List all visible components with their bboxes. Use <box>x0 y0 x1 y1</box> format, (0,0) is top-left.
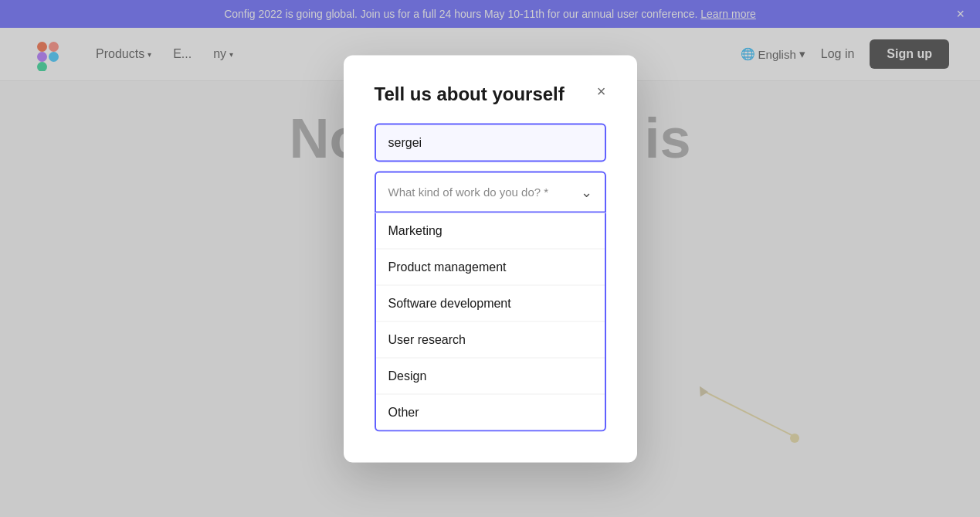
modal-close-button[interactable]: × <box>597 83 606 98</box>
dropdown-placeholder: What kind of work do you do? * <box>388 185 549 199</box>
dropdown-chevron-icon: ⌄ <box>581 183 592 200</box>
dropdown-trigger-button[interactable]: What kind of work do you do? * ⌄ <box>375 171 606 213</box>
dropdown-option[interactable]: Design <box>376 358 605 394</box>
modal-header: Tell us about yourself × <box>375 83 606 104</box>
dropdown-option[interactable]: User research <box>376 321 605 358</box>
modal-title: Tell us about yourself <box>375 83 589 104</box>
dropdown-option[interactable]: Product management <box>376 249 605 285</box>
tell-us-modal: Tell us about yourself × What kind of wo… <box>344 55 637 462</box>
dropdown-option[interactable]: Marketing <box>376 213 605 249</box>
name-input[interactable] <box>375 123 606 162</box>
dropdown-option[interactable]: Software development <box>376 285 605 321</box>
dropdown-option[interactable]: Other <box>376 394 605 430</box>
dropdown-options-list: MarketingProduct managementSoftware deve… <box>375 213 606 431</box>
work-type-dropdown: What kind of work do you do? * ⌄ Marketi… <box>375 171 606 431</box>
